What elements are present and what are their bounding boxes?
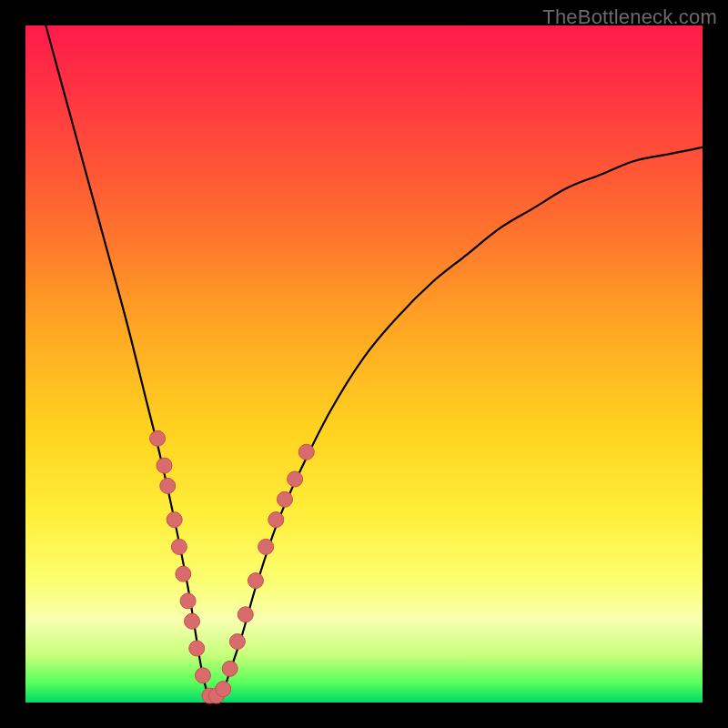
sample-point [160,478,176,493]
sample-point [277,491,292,507]
sample-point [238,607,253,622]
sample-point [157,458,172,473]
sample-point [195,668,210,683]
sample-point [176,566,191,581]
sample-point [171,539,187,554]
sample-point [189,641,205,656]
sample-point [216,682,231,697]
sample-point [222,661,238,676]
sample-point [258,539,274,554]
watermark-text: TheBottleneck.com [542,5,717,29]
sample-point [167,512,182,528]
sample-point [180,593,196,609]
sample-point [288,471,303,487]
sample-points-group [150,430,315,703]
sample-point [150,430,166,446]
chart-frame [25,25,703,703]
sample-point [248,573,263,589]
bottleneck-plot [25,25,703,703]
sample-point [229,634,245,650]
bottleneck-curve [46,25,703,703]
sample-point [298,444,314,460]
sample-point [185,613,200,629]
sample-point [268,512,284,528]
